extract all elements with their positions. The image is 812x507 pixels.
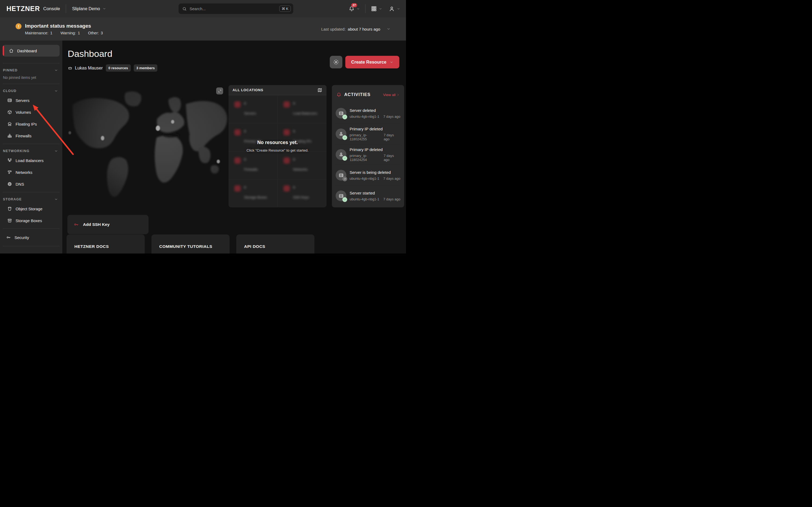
activity-resource: ubuntu-4gb-nbg1-1: [350, 197, 379, 201]
floating-ip-icon: [7, 121, 12, 126]
user-icon: [389, 6, 395, 12]
search-input[interactable]: [190, 6, 279, 11]
check-icon: [344, 198, 346, 201]
activity-row[interactable]: Primary IP deleted primary_ip-1180242557…: [336, 123, 400, 144]
server-icon: [7, 98, 12, 103]
sidebar-item-dashboard[interactable]: Dashboard: [3, 45, 60, 57]
sidebar-item-label: Volumes: [15, 110, 31, 115]
sidebar-item-label: Floating IPs: [15, 122, 37, 126]
create-resource-button[interactable]: Create Resource: [345, 56, 399, 68]
sidebar-item-label: DNS: [15, 182, 24, 186]
check-icon: [344, 116, 346, 118]
add-ssh-key-button[interactable]: Add SSH Key: [67, 215, 149, 234]
sidebar-item-label: Dashboard: [17, 49, 37, 53]
status-counts: Maintenance:1 Warning:1 Other:3: [25, 31, 103, 35]
hetzner-logo[interactable]: HETZNER: [6, 5, 40, 13]
activity-title: Server is being deleted: [350, 170, 400, 175]
chevron-down-icon: [390, 60, 393, 64]
location-dot: [156, 125, 160, 131]
refresh-icon: [344, 178, 346, 180]
doc-card-title: API DOCS: [244, 244, 314, 249]
bell-icon: [336, 92, 342, 97]
sidebar-item-dns[interactable]: DNS: [0, 178, 62, 190]
location-dot: [68, 131, 71, 134]
search-icon: [182, 6, 187, 11]
community-tutorials-card[interactable]: COMMUNITY TUTORIALS: [151, 234, 230, 253]
locations-header: ALL LOCATIONS: [229, 85, 326, 95]
sidebar-item-object-storage[interactable]: Object Storage: [0, 203, 62, 215]
hetzner-console-dashboard: HETZNER Console Sliplane Demo ⌘ K 27: [0, 0, 406, 253]
sidebar-section-storage[interactable]: STORAGE: [0, 196, 62, 202]
activity-avatar: [336, 149, 346, 160]
location-dot: [217, 160, 220, 163]
status-count-label: Other:: [88, 31, 99, 35]
status-banner-content: ! Important status messages Maintenance:…: [15, 23, 103, 35]
apps-menu[interactable]: [371, 6, 382, 12]
locations-empty-state: No resources yet. Click "Create Resource…: [229, 96, 326, 207]
view-all-link[interactable]: View all: [383, 93, 400, 97]
world-map[interactable]: [64, 80, 228, 207]
sidebar-item-floating-ips[interactable]: Floating IPs: [0, 118, 62, 130]
user-menu[interactable]: [389, 6, 400, 12]
status-count-value: 1: [78, 31, 80, 35]
chevron-down-icon: [54, 198, 58, 201]
activity-row[interactable]: Server deleted ubuntu-4gb-nbg1-17 days a…: [336, 103, 400, 123]
activity-row[interactable]: Server started ubuntu-4gb-nbg1-17 days a…: [336, 185, 400, 206]
topbar-divider: [66, 4, 66, 13]
location-dot: [171, 120, 174, 124]
view-all-label: View all: [383, 93, 396, 97]
sidebar-item-storage-boxes[interactable]: Storage Boxes: [0, 215, 62, 226]
activity-avatar: [336, 108, 346, 119]
sidebar-item-volumes[interactable]: Volumes: [0, 106, 62, 118]
hetzner-docs-card[interactable]: HETZNER DOCS: [66, 234, 145, 253]
sidebar-section-cloud[interactable]: CLOUD: [0, 88, 62, 94]
activity-title: Server started: [350, 191, 400, 195]
section-title: CLOUD: [3, 89, 16, 93]
activity-resource: primary_ip-118024255: [350, 133, 384, 141]
settings-button[interactable]: [330, 56, 342, 68]
sidebar-item-label: Load Balancers: [15, 158, 44, 163]
activities-panel: ACTIVITIES View all Server deleted ubunt…: [332, 85, 404, 207]
grid-apps-icon: [371, 6, 377, 12]
activity-resource: primary_ip-118024254: [350, 154, 384, 162]
locations-title: ALL LOCATIONS: [233, 88, 263, 92]
notifications-menu[interactable]: 27: [349, 6, 360, 12]
project-switcher[interactable]: Sliplane Demo: [72, 6, 106, 11]
sidebar-item-label: Networks: [15, 170, 33, 175]
activity-title: Primary IP deleted: [350, 147, 400, 152]
sidebar-item-networks[interactable]: Networks: [0, 166, 62, 178]
activity-avatar: [336, 170, 346, 180]
activity-row[interactable]: Primary IP deleted primary_ip-1180242547…: [336, 144, 400, 165]
status-banner[interactable]: ! Important status messages Maintenance:…: [0, 17, 406, 41]
project-owner: Lukas Mauser: [68, 65, 103, 70]
network-icon: [7, 170, 12, 175]
activity-time: 7 days ago: [383, 115, 400, 119]
search-bar[interactable]: ⌘ K: [179, 3, 293, 14]
last-updated-value: about 7 hours ago: [348, 27, 380, 32]
sidebar-item-servers[interactable]: Servers: [0, 95, 62, 106]
pinned-empty-text: No pinned items yet: [0, 75, 62, 80]
api-docs-card[interactable]: API DOCS: [236, 234, 314, 253]
map-icon[interactable]: [317, 88, 322, 93]
owner-name: Lukas Mauser: [75, 65, 103, 70]
map-vignette: [64, 80, 228, 207]
map-expand-button[interactable]: [216, 88, 223, 95]
bucket-icon: [7, 206, 12, 211]
project-meta: Lukas Mauser 0 resources 3 members: [68, 64, 157, 72]
empty-state-subtitle: Click "Create Resource" to get started.: [247, 148, 309, 152]
success-badge: [342, 135, 347, 140]
status-count-label: Maintenance:: [25, 31, 48, 35]
sidebar-item-security[interactable]: Security: [0, 231, 62, 243]
sidebar-section-networking[interactable]: NETWORKING: [0, 148, 62, 154]
activities-title: ACTIVITIES: [344, 92, 380, 97]
sidebar-section-pinned[interactable]: PINNED: [0, 67, 62, 73]
sidebar-divider: [3, 144, 60, 144]
sidebar-item-load-balancers[interactable]: Load Balancers: [0, 155, 62, 166]
sidebar-item-firewalls[interactable]: Firewalls: [0, 130, 62, 142]
activity-title: Primary IP deleted: [350, 127, 400, 131]
success-badge: [342, 156, 347, 161]
activity-row[interactable]: Server is being deleted ubuntu-4gb-nbg1-…: [336, 165, 400, 185]
check-icon: [344, 136, 346, 139]
chevron-down-icon: [54, 89, 58, 93]
last-updated-toggle[interactable]: Last updated: about 7 hours ago: [321, 27, 391, 32]
